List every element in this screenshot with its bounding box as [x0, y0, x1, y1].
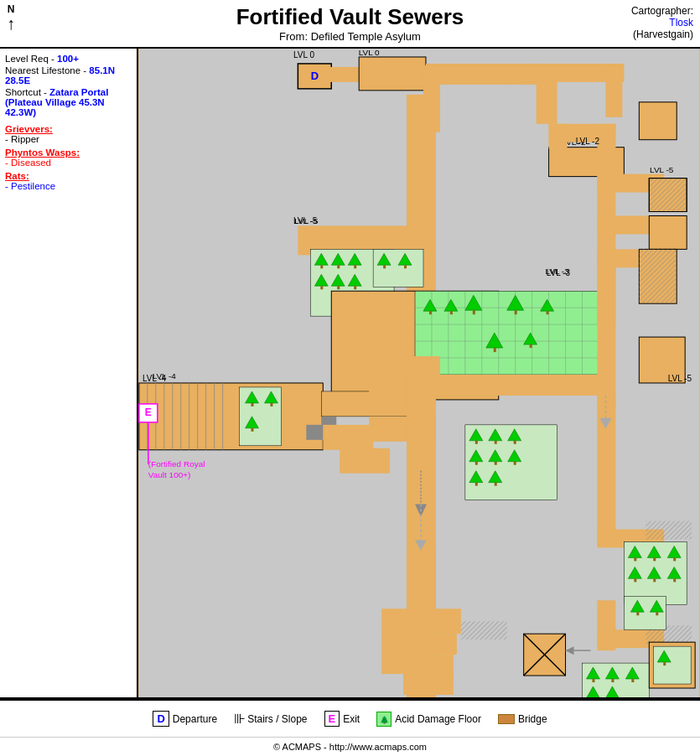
svg-rect-166	[461, 621, 507, 639]
svg-rect-127	[495, 441, 497, 444]
grievvers-ripper: - Ripper	[5, 134, 132, 144]
shortcut: Shortcut - Zatara Portal (Plateau Villag…	[5, 87, 132, 117]
svg-rect-139	[495, 483, 497, 486]
lvl-minus5-right-label: LVL -5	[668, 374, 692, 383]
legend-exit-text: Exit	[343, 713, 360, 725]
svg-rect-101	[251, 428, 254, 432]
svg-rect-129	[514, 441, 516, 444]
svg-text:LVL 0: LVL 0	[359, 49, 380, 57]
legend-bridge-text: Bridge	[518, 713, 547, 725]
svg-rect-63	[473, 310, 475, 314]
page-subtitle: From: Defiled Temple Asylum	[236, 30, 464, 43]
svg-rect-25	[320, 265, 323, 268]
phyntos-diseased: - Diseased	[5, 158, 132, 168]
svg-rect-117	[432, 375, 607, 396]
svg-rect-169	[403, 674, 454, 695]
legend-stairs-text: Stairs / Slope	[247, 713, 307, 725]
svg-rect-149	[673, 557, 676, 561]
cartographer-name[interactable]: Tlosk	[669, 17, 693, 28]
stairs-symbol: ⊪	[234, 711, 244, 727]
cartographer-label: Cartographer:	[631, 5, 693, 17]
svg-text:E: E	[145, 406, 152, 418]
legend-e-symbol: E	[324, 711, 340, 727]
grievvers-section: Grievvers: - Ripper	[5, 124, 132, 144]
page-header: N ↑ Fortified Vault Sewers From: Defiled…	[0, 0, 700, 49]
svg-rect-61	[450, 311, 453, 314]
svg-rect-147	[653, 557, 656, 561]
legend-acid: 🌲 Acid Damage Floor	[376, 712, 481, 727]
bridge-symbol	[498, 714, 515, 724]
lvl-0-label: LVL 0	[293, 50, 314, 60]
acid-floor-symbol: 🌲	[376, 712, 391, 727]
svg-rect-43	[415, 291, 599, 375]
lvl-minus3-label: LVL -3	[547, 268, 570, 277]
svg-rect-112	[323, 425, 373, 450]
svg-rect-178	[592, 679, 594, 682]
svg-rect-36	[373, 249, 423, 287]
svg-rect-97	[251, 403, 254, 406]
footer: © ACMAPS - http://www.acmaps.com	[0, 737, 700, 755]
page-title: Fortified Vault Sewers	[236, 4, 464, 30]
lvl-minus4-label: LVL -4	[143, 374, 166, 383]
title-block: Fortified Vault Sewers From: Defiled Tem…	[236, 4, 464, 43]
compass-n: N	[7, 3, 15, 15]
lvl-minus5-top-label: LVL -5	[293, 216, 317, 225]
legend-departure: D Departure	[153, 711, 217, 727]
rats-header: Rats:	[5, 171, 132, 181]
svg-rect-17	[597, 124, 615, 179]
svg-rect-59	[429, 311, 432, 314]
lvl-minus2-label: LVL -2	[576, 137, 599, 146]
svg-rect-33	[337, 286, 340, 289]
svg-rect-163	[656, 612, 658, 615]
svg-rect-161	[636, 612, 639, 615]
svg-rect-99	[270, 403, 272, 406]
svg-rect-122	[639, 249, 677, 303]
svg-text:(Fortified Royal: (Fortified Royal	[148, 459, 205, 469]
rats-section: Rats: - Pestilence	[5, 171, 132, 191]
svg-rect-82	[139, 383, 323, 450]
svg-rect-131	[475, 462, 478, 465]
svg-rect-65	[515, 310, 517, 314]
svg-rect-76	[649, 179, 687, 212]
svg-rect-75	[649, 215, 687, 249]
level-req-value: 100+	[57, 54, 79, 64]
svg-rect-153	[653, 578, 656, 582]
svg-rect-69	[494, 348, 496, 352]
map-area: D LVL 0 LVL -2	[138, 49, 700, 697]
legend-departure-text: Departure	[173, 713, 217, 725]
compass-arrow: ↑	[7, 15, 15, 32]
svg-rect-182	[631, 679, 634, 682]
svg-text:Vault 100+): Vault 100+)	[148, 470, 191, 479]
svg-rect-35	[354, 286, 356, 289]
phyntos-section: Phyntos Wasps: - Diseased	[5, 148, 132, 168]
svg-rect-151	[634, 578, 636, 582]
phyntos-header: Phyntos Wasps:	[5, 148, 132, 158]
rats-pestilence: - Pestilence	[5, 181, 132, 191]
svg-rect-125	[475, 441, 478, 444]
lifestone: Nearest Lifestone - 85.1N 28.5E	[5, 65, 132, 85]
svg-rect-165	[381, 608, 461, 634]
svg-rect-29	[354, 265, 356, 268]
map-svg: D LVL 0 LVL -2	[138, 49, 700, 697]
svg-rect-113	[340, 448, 390, 474]
svg-rect-180	[611, 679, 614, 682]
svg-rect-38	[383, 265, 386, 268]
svg-rect-27	[337, 265, 340, 268]
svg-rect-31	[320, 286, 323, 289]
svg-rect-159	[624, 596, 666, 629]
svg-text:LVL -5: LVL -5	[650, 165, 674, 174]
svg-rect-4	[359, 57, 426, 91]
compass: N ↑	[7, 3, 15, 32]
svg-rect-133	[495, 462, 497, 465]
svg-rect-3	[329, 67, 359, 82]
svg-rect-19	[639, 102, 677, 140]
legend-bridge: Bridge	[498, 713, 547, 725]
main-content: Level Req - 100+ Nearest Lifestone - 85.…	[0, 49, 700, 699]
svg-rect-188	[653, 646, 691, 684]
svg-rect-95	[240, 387, 282, 446]
legend-acid-text: Acid Damage Floor	[395, 713, 481, 725]
svg-rect-145	[634, 557, 636, 561]
cartographer-server: (Harvestgain)	[631, 28, 693, 40]
legend-exit: E Exit	[324, 711, 360, 727]
grievvers-header: Grievvers:	[5, 124, 132, 134]
